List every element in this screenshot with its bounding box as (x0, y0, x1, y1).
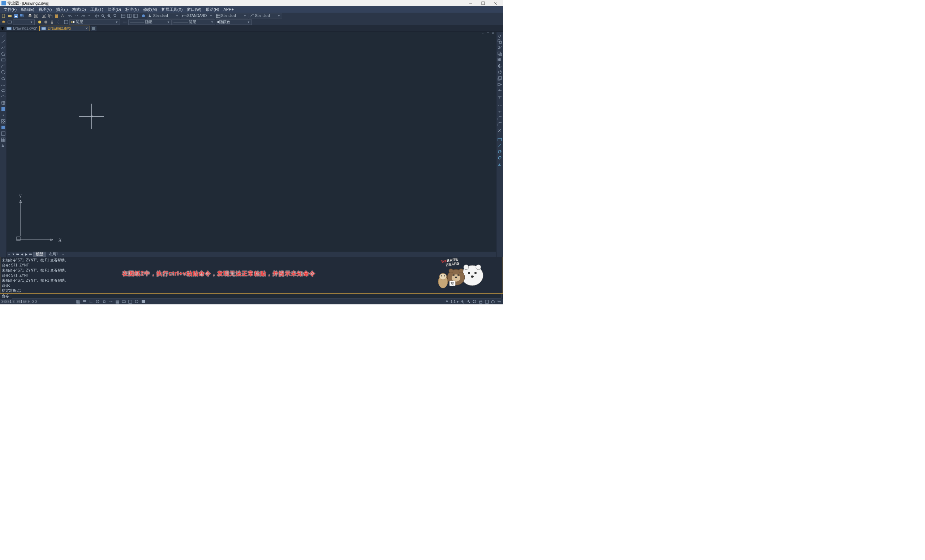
close-button[interactable] (489, 0, 502, 6)
lineweight-combo[interactable]: ———— 随层 ▼ (172, 20, 215, 25)
dcenter-icon[interactable] (127, 13, 132, 18)
layout-1-tab[interactable]: 布局1 (46, 252, 61, 257)
render-icon[interactable] (140, 13, 146, 18)
fillet-icon[interactable] (497, 121, 503, 127)
tab-list-button[interactable]: ▾ (1, 26, 5, 31)
minimize-button[interactable] (465, 0, 477, 6)
mirror-icon[interactable] (497, 45, 503, 50)
qp-icon[interactable] (128, 299, 133, 304)
layer-combo[interactable]: 随层 ▼ (69, 20, 120, 25)
layout-add-icon[interactable]: + (61, 252, 65, 256)
spline-icon[interactable] (1, 82, 6, 87)
hw-icon[interactable] (484, 299, 489, 304)
copy-icon[interactable] (47, 13, 53, 18)
layer-mgr-icon[interactable] (1, 20, 6, 25)
ortho-icon[interactable] (89, 299, 93, 304)
sc-icon[interactable] (134, 299, 139, 304)
menu-file[interactable]: 文件(F) (2, 6, 19, 13)
undo-icon[interactable] (68, 13, 73, 18)
zoom-prev-icon[interactable] (112, 13, 118, 18)
menu-draw[interactable]: 绘图(D) (105, 6, 123, 13)
cut-icon[interactable] (41, 13, 47, 18)
save-icon[interactable] (13, 13, 19, 18)
menu-modify[interactable]: 修改(M) (141, 6, 159, 13)
tab-add-button[interactable] (91, 26, 96, 31)
open-icon[interactable] (7, 13, 13, 18)
pan-icon[interactable] (94, 13, 100, 18)
textstyle-combo[interactable]: A Standard ▼ (147, 13, 180, 18)
offset-icon[interactable] (497, 51, 503, 56)
layer-prev-icon[interactable] (55, 20, 61, 25)
osnap-icon[interactable] (101, 299, 107, 304)
ellipse-arc-icon[interactable] (1, 94, 6, 99)
menu-help[interactable]: 帮助(H) (203, 6, 221, 13)
annoscale-btn[interactable] (444, 299, 449, 304)
polygon-icon[interactable] (1, 51, 6, 56)
layer-freeze-icon[interactable] (37, 20, 43, 25)
command-input[interactable] (12, 294, 502, 299)
circle-icon[interactable] (1, 69, 6, 75)
annoauto-icon[interactable] (466, 299, 471, 304)
dim-aligned-icon[interactable] (497, 143, 503, 148)
mtext-icon[interactable]: A (1, 143, 6, 149)
dim-linear-icon[interactable] (497, 137, 503, 142)
redo-drop-icon[interactable] (86, 13, 92, 18)
xline-icon[interactable] (1, 39, 6, 44)
dim-dia-icon[interactable] (497, 155, 503, 160)
layer-off-icon[interactable] (43, 20, 49, 25)
block-icon[interactable] (1, 106, 6, 111)
scale-icon[interactable] (497, 75, 503, 81)
ws-icon[interactable] (472, 299, 477, 304)
menu-dim[interactable]: 标注(N) (123, 6, 141, 13)
break-icon[interactable] (497, 103, 503, 108)
tab-drawing2[interactable]: Drawing2.dwg ✕ (39, 26, 90, 31)
layout-next-icon[interactable]: ▶ (24, 252, 29, 256)
tab-drawing1[interactable]: Drawing1.dwg* (5, 26, 39, 31)
menu-window[interactable]: 窗口(W) (185, 6, 203, 13)
clean-icon[interactable] (496, 299, 502, 304)
grid-icon[interactable] (75, 299, 81, 304)
layout-prev-icon[interactable]: ◀ (20, 252, 24, 256)
copy-obj-icon[interactable] (497, 39, 503, 44)
layer-states-icon[interactable] (7, 20, 13, 25)
model-icon[interactable] (140, 299, 146, 304)
color-combo[interactable]: ■随颜色 ▼ (216, 20, 252, 25)
layout-model-tab[interactable]: 模型 (33, 252, 46, 257)
match-icon[interactable] (60, 13, 65, 18)
toolpal-icon[interactable] (133, 13, 139, 18)
region-icon[interactable] (1, 131, 6, 136)
table-icon[interactable] (1, 137, 6, 142)
drawing-canvas[interactable]: X Y (7, 35, 496, 252)
explode-icon[interactable] (497, 128, 503, 133)
iso-icon[interactable] (490, 299, 496, 304)
hatch-icon[interactable] (1, 119, 6, 124)
arc-icon[interactable] (1, 63, 6, 69)
dyn-icon[interactable] (121, 299, 126, 304)
line-icon[interactable] (1, 33, 6, 38)
lwt-icon[interactable] (114, 299, 120, 304)
ellipse-icon[interactable] (1, 88, 6, 93)
menu-format[interactable]: 格式(O) (70, 6, 88, 13)
rotate-icon[interactable] (497, 69, 503, 75)
layout-nav-up-icon[interactable]: ▲ (7, 252, 11, 256)
undo-drop-icon[interactable] (74, 13, 80, 18)
snap-icon[interactable] (82, 299, 87, 304)
props-icon[interactable] (121, 13, 126, 18)
move-icon[interactable] (497, 63, 503, 69)
array-icon[interactable] (497, 57, 503, 63)
menu-app[interactable]: APP+ (221, 6, 236, 13)
print-icon[interactable] (27, 13, 33, 18)
saveall-icon[interactable] (19, 13, 25, 18)
paste-icon[interactable] (53, 13, 59, 18)
revcloud-icon[interactable] (1, 75, 6, 81)
point-icon[interactable] (1, 112, 6, 118)
pline-icon[interactable] (1, 45, 6, 50)
menu-insert[interactable]: 插入(I) (54, 6, 70, 13)
linetype-combo[interactable]: ———— 随层 ▼ (128, 20, 172, 25)
menu-tool[interactable]: 工具(T) (88, 6, 105, 13)
zoom-rt-icon[interactable] (100, 13, 106, 18)
layout-last-icon[interactable]: ⏭ (29, 252, 33, 256)
menu-edit[interactable]: 编辑(E) (19, 6, 36, 13)
close-icon[interactable]: ✕ (85, 27, 88, 30)
layout-nav-down-icon[interactable]: ▼ (11, 252, 15, 256)
